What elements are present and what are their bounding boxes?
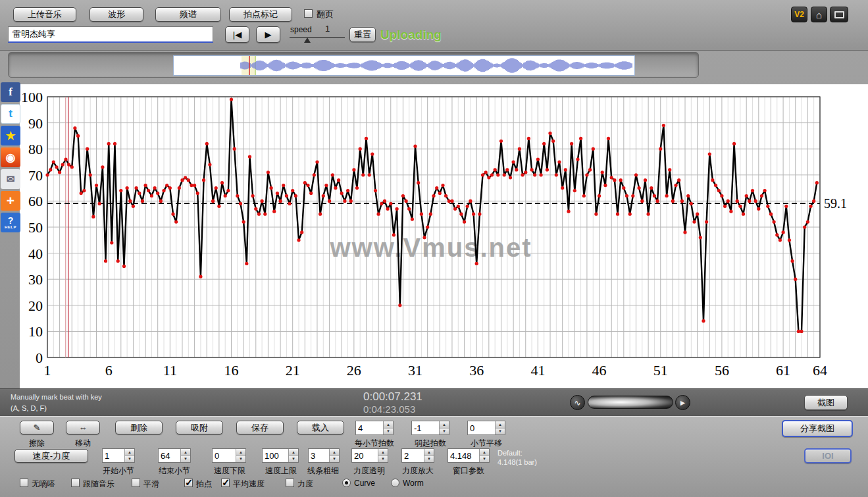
- delete-button[interactable]: 删除: [115, 421, 163, 434]
- beats-checkbox[interactable]: [184, 479, 193, 487]
- track-name-input[interactable]: [8, 26, 213, 43]
- stepper-arrows: ▲▼: [288, 449, 298, 462]
- stepper-down-icon[interactable]: ▼: [330, 456, 339, 463]
- speed-slider[interactable]: [290, 37, 345, 38]
- fullscreen-button[interactable]: [830, 7, 848, 22]
- speed-slider-thumb[interactable]: [304, 38, 311, 43]
- bar-shift-stepper[interactable]: ▲▼: [467, 421, 505, 435]
- svg-text:10: 10: [28, 323, 43, 340]
- v2-badge[interactable]: V2: [791, 7, 807, 22]
- stepper-arrows: ▲▼: [124, 449, 134, 462]
- stepper-down-icon[interactable]: ▼: [424, 456, 434, 463]
- dyn-alpha-stepper[interactable]: ▲▼: [351, 448, 388, 463]
- dynamics-checkbox[interactable]: [286, 479, 294, 487]
- stepper-up-icon[interactable]: ▲: [330, 449, 339, 456]
- volume-button[interactable]: ∿: [570, 395, 585, 410]
- ioi-button[interactable]: IOI: [804, 448, 852, 463]
- no-tick-checkbox[interactable]: [20, 479, 28, 487]
- screenshot-button[interactable]: 截图: [804, 395, 848, 410]
- spectrum-button[interactable]: 频谱: [155, 7, 221, 22]
- window-param-stepper[interactable]: ▲▼: [447, 448, 490, 463]
- stepper-down-icon[interactable]: ▼: [236, 456, 245, 463]
- volume-slider[interactable]: [588, 396, 673, 409]
- line-width-input[interactable]: [309, 449, 329, 462]
- addthis-icon[interactable]: +: [1, 191, 20, 211]
- save-button[interactable]: 保存: [236, 421, 284, 434]
- svg-text:31: 31: [408, 362, 422, 379]
- end-bar-stepper[interactable]: ▲▼: [158, 448, 191, 463]
- stepper-up-icon[interactable]: ▲: [289, 449, 298, 456]
- stepper-down-icon[interactable]: ▼: [496, 429, 505, 435]
- end-bar-input[interactable]: [159, 449, 180, 462]
- stepper-up-icon[interactable]: ▲: [378, 449, 388, 456]
- waveform-button[interactable]: 波形: [89, 7, 143, 22]
- worm-radio[interactable]: [391, 479, 399, 487]
- bar-shift-input[interactable]: [468, 421, 495, 434]
- waveform-overview[interactable]: [8, 52, 699, 78]
- follow-music-checkbox[interactable]: [71, 479, 80, 487]
- tempo-max-input[interactable]: [263, 449, 288, 462]
- tempo-max-stepper[interactable]: ▲▼: [262, 448, 299, 463]
- dyn-scale-input[interactable]: [402, 449, 424, 462]
- status-bar: Manually mark beat with key (A, S, D, F)…: [0, 388, 868, 416]
- tempo-min-stepper[interactable]: ▲▼: [212, 448, 246, 463]
- stepper-down-icon[interactable]: ▼: [378, 456, 388, 463]
- line-width-stepper[interactable]: ▲▼: [308, 448, 340, 463]
- home-button[interactable]: ⌂: [811, 7, 827, 22]
- start-bar-input[interactable]: [103, 449, 124, 462]
- pickup-beats-input[interactable]: [412, 421, 439, 434]
- smooth-checkbox[interactable]: [132, 479, 140, 487]
- stepper-down-icon[interactable]: ▼: [125, 456, 134, 463]
- stepper-down-icon[interactable]: ▼: [181, 456, 190, 463]
- prev-button[interactable]: |◀: [225, 26, 249, 43]
- tempo-dynamics-button[interactable]: 速度-力度: [14, 449, 88, 463]
- stepper-up-icon[interactable]: ▲: [125, 449, 134, 456]
- page-turn-checkbox[interactable]: [304, 9, 313, 18]
- avg-tempo-checkbox[interactable]: [221, 479, 230, 487]
- curve-radio[interactable]: [342, 479, 351, 487]
- twitter-icon[interactable]: t: [1, 104, 20, 124]
- erase-button[interactable]: ✎: [20, 421, 54, 434]
- share-screenshot-button[interactable]: 分享截图: [782, 420, 853, 437]
- help-icon[interactable]: ? HELP: [1, 213, 20, 232]
- dyn-alpha-input[interactable]: [352, 449, 378, 462]
- stepper-down-icon[interactable]: ▼: [440, 429, 449, 435]
- stepper-up-icon[interactable]: ▲: [424, 449, 434, 456]
- stepper-down-icon[interactable]: ▼: [480, 456, 489, 463]
- email-icon[interactable]: ✉: [1, 169, 20, 189]
- tempo-min-input[interactable]: [213, 449, 236, 462]
- waveform-box[interactable]: [173, 55, 635, 76]
- stepper-down-icon[interactable]: ▼: [384, 429, 393, 435]
- svg-text:21: 21: [286, 362, 300, 379]
- weibo-icon[interactable]: ◉: [1, 147, 20, 167]
- beats-per-bar-stepper[interactable]: ▲▼: [355, 421, 394, 435]
- social-sidebar: f t ★ ◉ ✉ + ? HELP: [1, 82, 21, 234]
- svg-text:64: 64: [813, 362, 827, 379]
- svg-text:36: 36: [469, 362, 484, 379]
- facebook-icon[interactable]: f: [1, 82, 20, 102]
- snap-button[interactable]: 吸附: [176, 421, 223, 434]
- stepper-up-icon[interactable]: ▲: [440, 421, 449, 429]
- stepper-up-icon[interactable]: ▲: [236, 449, 245, 456]
- stepper-up-icon[interactable]: ▲: [181, 449, 190, 456]
- reset-button[interactable]: 重置: [349, 27, 376, 42]
- stepper-up-icon[interactable]: ▲: [384, 421, 393, 429]
- beat-mark-button[interactable]: 拍点标记: [229, 7, 292, 22]
- stepper-arrows: ▲▼: [378, 449, 388, 462]
- load-button[interactable]: 载入: [297, 421, 344, 434]
- stepper-up-icon[interactable]: ▲: [496, 421, 505, 429]
- beats-per-bar-input[interactable]: [356, 421, 383, 434]
- favorite-star-icon[interactable]: ★: [1, 126, 20, 145]
- play-button[interactable]: ▶: [256, 26, 280, 43]
- stepper-down-icon[interactable]: ▼: [289, 456, 298, 463]
- upload-music-button[interactable]: 上传音乐: [13, 7, 76, 22]
- dyn-scale-stepper[interactable]: ▲▼: [401, 448, 434, 463]
- stepper-up-icon[interactable]: ▲: [480, 449, 489, 456]
- erase-label: 擦除: [20, 438, 54, 449]
- seek-button[interactable]: ►: [675, 395, 690, 410]
- tempo-chart[interactable]: 0102030405060708090100161116212631364146…: [20, 84, 868, 388]
- move-button[interactable]: ⇔: [66, 421, 100, 434]
- start-bar-stepper[interactable]: ▲▼: [102, 448, 135, 463]
- pickup-beats-stepper[interactable]: ▲▼: [411, 421, 449, 435]
- window-param-input[interactable]: [448, 449, 479, 462]
